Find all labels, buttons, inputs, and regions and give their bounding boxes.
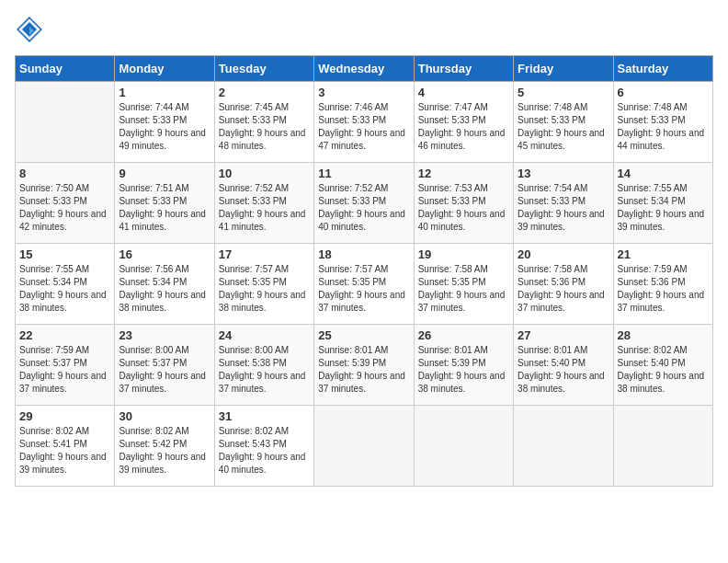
day-detail: Sunrise: 7:57 AMSunset: 5:35 PMDaylight:… (318, 264, 405, 313)
calendar-week-4: 22 Sunrise: 7:59 AMSunset: 5:37 PMDaylig… (16, 325, 713, 406)
calendar-day: 4 Sunrise: 7:47 AMSunset: 5:33 PMDayligh… (414, 82, 513, 163)
day-detail: Sunrise: 7:58 AMSunset: 5:35 PMDaylight:… (418, 264, 506, 313)
day-detail: Sunrise: 7:55 AMSunset: 5:34 PMDaylight:… (19, 264, 107, 313)
day-detail: Sunrise: 8:02 AMSunset: 5:41 PMDaylight:… (19, 426, 107, 475)
logo-icon (15, 15, 44, 44)
day-number: 19 (418, 247, 509, 261)
calendar-day: 17 Sunrise: 7:57 AMSunset: 5:35 PMDaylig… (214, 244, 313, 325)
day-number: 27 (518, 328, 609, 342)
day-number: 3 (318, 86, 409, 99)
day-detail: Sunrise: 7:44 AMSunset: 5:33 PMDaylight:… (119, 102, 206, 151)
calendar-day (613, 406, 712, 487)
day-detail: Sunrise: 7:59 AMSunset: 5:36 PMDaylight:… (618, 264, 705, 313)
day-detail: Sunrise: 8:02 AMSunset: 5:40 PMDaylight:… (618, 345, 705, 394)
day-detail: Sunrise: 7:52 AMSunset: 5:33 PMDaylight:… (318, 183, 405, 232)
calendar-day: 9 Sunrise: 7:51 AMSunset: 5:33 PMDayligh… (115, 163, 214, 244)
day-detail: Sunrise: 7:54 AMSunset: 5:33 PMDaylight:… (518, 183, 605, 232)
calendar-day (314, 406, 414, 487)
calendar-day: 29 Sunrise: 8:02 AMSunset: 5:41 PMDaylig… (16, 406, 115, 487)
day-detail: Sunrise: 7:47 AMSunset: 5:33 PMDaylight:… (418, 102, 506, 151)
calendar-week-5: 29 Sunrise: 8:02 AMSunset: 5:41 PMDaylig… (16, 406, 713, 487)
day-number: 15 (19, 247, 110, 261)
day-detail: Sunrise: 7:48 AMSunset: 5:33 PMDaylight:… (618, 102, 705, 151)
day-detail: Sunrise: 7:57 AMSunset: 5:35 PMDaylight:… (219, 264, 306, 313)
day-number: 28 (618, 328, 709, 342)
day-detail: Sunrise: 7:50 AMSunset: 5:33 PMDaylight:… (19, 183, 107, 232)
calendar-day: 27 Sunrise: 8:01 AMSunset: 5:40 PMDaylig… (514, 325, 613, 406)
column-header-tuesday: Tuesday (214, 56, 313, 82)
calendar-day: 6 Sunrise: 7:48 AMSunset: 5:33 PMDayligh… (613, 82, 712, 163)
day-number: 22 (19, 328, 110, 342)
day-number: 4 (418, 86, 509, 99)
day-number: 13 (518, 167, 609, 180)
day-number: 23 (119, 328, 210, 342)
column-header-friday: Friday (514, 56, 613, 82)
day-detail: Sunrise: 7:46 AMSunset: 5:33 PMDaylight:… (318, 102, 405, 151)
day-number: 1 (119, 86, 210, 99)
calendar-week-1: 1 Sunrise: 7:44 AMSunset: 5:33 PMDayligh… (16, 82, 713, 163)
calendar-day: 5 Sunrise: 7:48 AMSunset: 5:33 PMDayligh… (514, 82, 613, 163)
day-detail: Sunrise: 8:00 AMSunset: 5:38 PMDaylight:… (219, 345, 306, 394)
day-number: 21 (618, 247, 709, 261)
calendar-day: 16 Sunrise: 7:56 AMSunset: 5:34 PMDaylig… (115, 244, 214, 325)
day-number: 6 (618, 86, 709, 99)
calendar-day: 31 Sunrise: 8:02 AMSunset: 5:43 PMDaylig… (214, 406, 313, 487)
day-number: 26 (418, 328, 509, 342)
calendar-day: 3 Sunrise: 7:46 AMSunset: 5:33 PMDayligh… (314, 82, 414, 163)
day-number: 11 (318, 167, 409, 180)
day-number: 20 (518, 247, 609, 261)
calendar-day: 28 Sunrise: 8:02 AMSunset: 5:40 PMDaylig… (613, 325, 712, 406)
day-detail: Sunrise: 7:51 AMSunset: 5:33 PMDaylight:… (119, 183, 206, 232)
day-number: 16 (119, 247, 210, 261)
calendar-day: 30 Sunrise: 8:02 AMSunset: 5:42 PMDaylig… (115, 406, 214, 487)
calendar-day (514, 406, 613, 487)
calendar-body: 1 Sunrise: 7:44 AMSunset: 5:33 PMDayligh… (16, 82, 713, 487)
day-number: 5 (518, 86, 609, 99)
day-detail: Sunrise: 7:48 AMSunset: 5:33 PMDaylight:… (518, 102, 605, 151)
column-header-thursday: Thursday (414, 56, 513, 82)
calendar-day: 14 Sunrise: 7:55 AMSunset: 5:34 PMDaylig… (613, 163, 712, 244)
column-header-sunday: Sunday (16, 56, 115, 82)
calendar-day: 8 Sunrise: 7:50 AMSunset: 5:33 PMDayligh… (16, 163, 115, 244)
calendar-day: 19 Sunrise: 7:58 AMSunset: 5:35 PMDaylig… (414, 244, 513, 325)
calendar-day: 12 Sunrise: 7:53 AMSunset: 5:33 PMDaylig… (414, 163, 513, 244)
day-number: 18 (318, 247, 409, 261)
calendar-day: 26 Sunrise: 8:01 AMSunset: 5:39 PMDaylig… (414, 325, 513, 406)
day-number: 17 (219, 247, 310, 261)
day-detail: Sunrise: 7:53 AMSunset: 5:33 PMDaylight:… (418, 183, 506, 232)
calendar-table: SundayMondayTuesdayWednesdayThursdayFrid… (15, 55, 713, 487)
day-number: 2 (219, 86, 310, 99)
day-number: 14 (618, 167, 709, 180)
calendar-day (16, 82, 115, 163)
day-detail: Sunrise: 8:01 AMSunset: 5:40 PMDaylight:… (518, 345, 605, 394)
column-header-saturday: Saturday (613, 56, 712, 82)
day-number: 25 (318, 328, 409, 342)
calendar-week-3: 15 Sunrise: 7:55 AMSunset: 5:34 PMDaylig… (16, 244, 713, 325)
day-number: 24 (219, 328, 310, 342)
logo (15, 15, 50, 44)
page-header (15, 15, 713, 44)
day-number: 31 (219, 409, 310, 423)
column-header-monday: Monday (115, 56, 214, 82)
day-number: 30 (119, 409, 210, 423)
day-detail: Sunrise: 7:55 AMSunset: 5:34 PMDaylight:… (618, 183, 705, 232)
column-header-wednesday: Wednesday (314, 56, 414, 82)
calendar-day: 25 Sunrise: 8:01 AMSunset: 5:39 PMDaylig… (314, 325, 414, 406)
day-number: 29 (19, 409, 110, 423)
calendar-day: 22 Sunrise: 7:59 AMSunset: 5:37 PMDaylig… (16, 325, 115, 406)
calendar-day: 18 Sunrise: 7:57 AMSunset: 5:35 PMDaylig… (314, 244, 414, 325)
calendar-day: 2 Sunrise: 7:45 AMSunset: 5:33 PMDayligh… (214, 82, 313, 163)
day-detail: Sunrise: 7:45 AMSunset: 5:33 PMDaylight:… (219, 102, 306, 151)
calendar-day: 23 Sunrise: 8:00 AMSunset: 5:37 PMDaylig… (115, 325, 214, 406)
calendar-week-2: 8 Sunrise: 7:50 AMSunset: 5:33 PMDayligh… (16, 163, 713, 244)
day-detail: Sunrise: 7:56 AMSunset: 5:34 PMDaylight:… (119, 264, 206, 313)
calendar-day: 11 Sunrise: 7:52 AMSunset: 5:33 PMDaylig… (314, 163, 414, 244)
calendar-day: 24 Sunrise: 8:00 AMSunset: 5:38 PMDaylig… (214, 325, 313, 406)
day-detail: Sunrise: 8:02 AMSunset: 5:42 PMDaylight:… (119, 426, 206, 475)
day-detail: Sunrise: 8:02 AMSunset: 5:43 PMDaylight:… (219, 426, 306, 475)
day-detail: Sunrise: 7:52 AMSunset: 5:33 PMDaylight:… (219, 183, 306, 232)
day-number: 9 (119, 167, 210, 180)
calendar-day: 13 Sunrise: 7:54 AMSunset: 5:33 PMDaylig… (514, 163, 613, 244)
calendar-day: 10 Sunrise: 7:52 AMSunset: 5:33 PMDaylig… (214, 163, 313, 244)
day-detail: Sunrise: 8:00 AMSunset: 5:37 PMDaylight:… (119, 345, 206, 394)
